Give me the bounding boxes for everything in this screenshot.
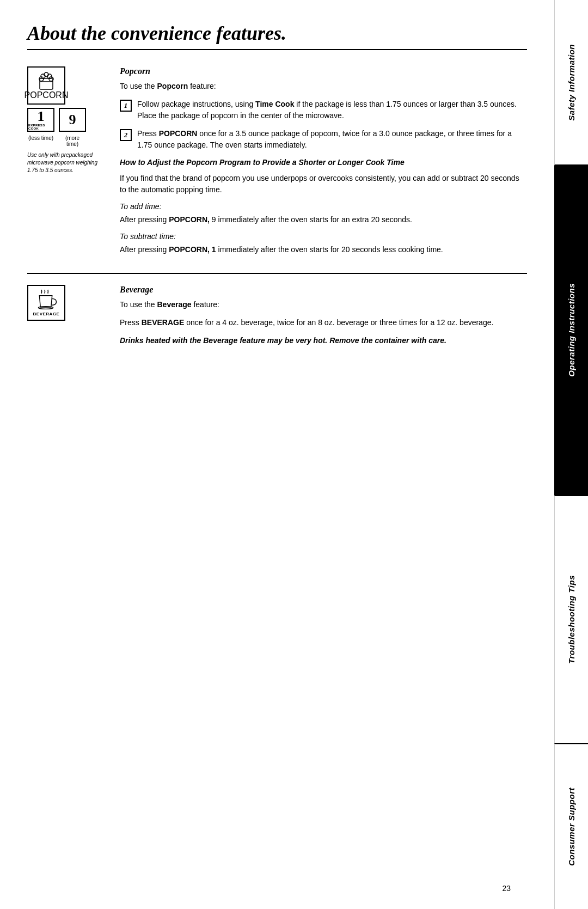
right-sidebar: Safety Information Operating Instruction… <box>554 0 588 909</box>
sidebar-consumer-label: Consumer Support <box>567 788 576 866</box>
add-time-label: To add time: <box>120 202 527 211</box>
step-1: 1 Follow package instructions, using Tim… <box>120 99 527 121</box>
step-number-2: 2 <box>120 129 132 141</box>
page-container: About the convenience features. <box>0 0 588 909</box>
popcorn-content-column: Popcorn To use the Popcorn feature: 1 Fo… <box>120 66 527 262</box>
sidebar-safety-label: Safety Information <box>567 44 576 121</box>
popcorn-intro: To use the Popcorn feature: <box>120 81 527 92</box>
page-title: About the convenience features. <box>27 22 527 45</box>
step-1-text: Follow package instructions, using Time … <box>137 99 527 121</box>
time-labels: (less time) (more time) <box>27 135 103 147</box>
number-9-box: 9 <box>59 108 86 132</box>
number-1: 1 <box>38 109 45 124</box>
more-time-label: (more time) <box>59 135 86 147</box>
subtract-time-label: To subtract time: <box>120 232 527 241</box>
title-divider <box>27 49 527 50</box>
adjust-body: If you find that the brand of popcorn yo… <box>120 173 527 196</box>
svg-point-7 <box>38 306 53 309</box>
sidebar-consumer: Consumer Support <box>554 744 588 909</box>
popcorn-icon-label: POPCORN <box>24 90 69 100</box>
beverage-svg-icon <box>35 289 58 309</box>
express-cook-row: 1 EXPRESS COOK 9 <box>27 108 103 132</box>
popcorn-section: POPCORN 1 EXPRESS COOK 9 (less time) (mo… <box>27 66 527 262</box>
popcorn-icon-box: POPCORN <box>27 66 65 105</box>
subtract-time-text: After pressing POPCORN, 1 immediately af… <box>120 244 527 255</box>
beverage-heading: Beverage <box>120 285 527 295</box>
sidebar-safety: Safety Information <box>554 0 588 166</box>
step-number-1: 1 <box>120 100 132 112</box>
beverage-content-column: Beverage To use the Beverage feature: Pr… <box>120 285 527 346</box>
popcorn-usage-note: Use only with prepackaged microwave popc… <box>27 151 98 174</box>
beverage-icon-column: BEVERAGE <box>27 285 103 346</box>
adjust-heading: How to Adjust the Popcorn Program to Pro… <box>120 157 527 168</box>
popcorn-icon-column: POPCORN 1 EXPRESS COOK 9 (less time) (mo… <box>27 66 103 262</box>
sidebar-operating-label: Operating Instructions <box>567 283 576 377</box>
svg-rect-0 <box>40 78 53 89</box>
beverage-body: Press BEVERAGE once for a 4 oz. beverage… <box>120 317 527 328</box>
sidebar-troubleshooting-label: Troubleshooting Tips <box>567 575 576 664</box>
beverage-warning: Drinks heated with the Beverage feature … <box>120 335 527 346</box>
less-time-label: (less time) <box>27 135 54 147</box>
sidebar-troubleshooting: Troubleshooting Tips <box>554 495 588 744</box>
sidebar-operating: Operating Instructions <box>554 166 588 495</box>
number-9: 9 <box>69 113 76 127</box>
popcorn-svg-icon <box>34 71 58 90</box>
express-cook-label-1: EXPRESS COOK <box>28 124 53 130</box>
beverage-section: BEVERAGE Beverage To use the Beverage fe… <box>27 285 527 346</box>
beverage-icon-label: BEVERAGE <box>33 312 60 316</box>
main-content: About the convenience features. <box>0 0 554 909</box>
popcorn-heading: Popcorn <box>120 66 527 76</box>
add-time-text: After pressing POPCORN, 9 immediately af… <box>120 214 527 225</box>
beverage-divider <box>27 273 527 274</box>
page-number: 23 <box>502 884 511 893</box>
beverage-intro: To use the Beverage feature: <box>120 299 527 310</box>
step-2-text: Press POPCORN once for a 3.5 ounce packa… <box>137 128 527 151</box>
step-2: 2 Press POPCORN once for a 3.5 ounce pac… <box>120 128 527 151</box>
beverage-icon-box: BEVERAGE <box>27 285 65 321</box>
number-1-box: 1 EXPRESS COOK <box>27 108 54 132</box>
